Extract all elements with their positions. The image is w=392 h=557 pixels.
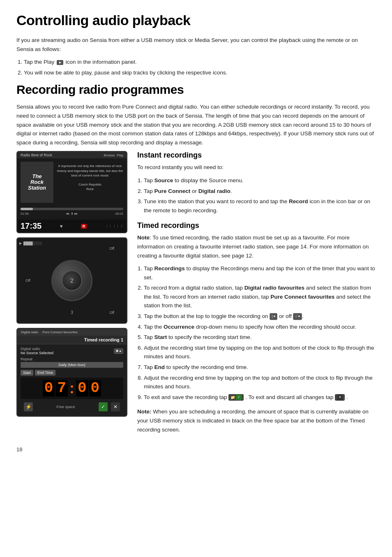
repeat-label: Repeat bbox=[21, 357, 123, 361]
toggle-control: ● bbox=[114, 348, 123, 354]
progress-fill bbox=[21, 208, 33, 210]
toggle-on-icon: | ● bbox=[270, 313, 277, 320]
left-column: Radio Best of Rock Browse Play The Rock … bbox=[16, 151, 127, 438]
timed-screen-bottom: ⚡ Free space ✓ ✕ bbox=[21, 402, 123, 411]
time-row: 01:58 ⏮ ⏸ ⏭ 28:02 bbox=[17, 212, 127, 216]
play-label: Play bbox=[117, 153, 123, 157]
album-line2: Rock bbox=[30, 179, 44, 185]
clock-display: 0 7 : 0 0 bbox=[21, 378, 123, 399]
transport-controls: ⏮ ⏸ ⏭ bbox=[66, 212, 78, 216]
toggle-button[interactable]: ● bbox=[114, 348, 123, 354]
main-title: Controlling audio playback bbox=[16, 12, 376, 28]
note-bold-2: Note: bbox=[137, 408, 152, 415]
instant-step-1: Tap Source to display the Source menu. bbox=[144, 176, 376, 185]
source-bold: Source bbox=[154, 177, 173, 183]
dial-number: 2 bbox=[70, 277, 74, 284]
instant-step-2: Tap Pure Connect or Digital radio. bbox=[144, 187, 376, 196]
toggle-label: ● bbox=[119, 349, 121, 353]
source-row: Digital radio No Source Selected ● bbox=[21, 347, 123, 355]
info-description: It represents not only the milestones of… bbox=[57, 164, 123, 178]
source-value: No Source Selected bbox=[21, 351, 53, 355]
note-bold-1: Note bbox=[137, 234, 150, 241]
radio-location: Czech Republic bbox=[57, 182, 123, 187]
repeat-select[interactable]: Daily (Mon-Sun) bbox=[21, 362, 123, 368]
charge-icon: ⚡ bbox=[24, 402, 33, 411]
rec-icon: R bbox=[81, 224, 87, 229]
toggle-off-icon: ○ ● bbox=[293, 313, 302, 320]
radio-main-content: The Rock Station It represents not only … bbox=[17, 158, 127, 208]
clock-digit-0: 0 bbox=[43, 380, 55, 397]
digital-radio-bold: Digital radio bbox=[198, 188, 231, 194]
page-number-label: 18 bbox=[16, 446, 376, 453]
repeat-row: Repeat Daily (Mon-Sun) bbox=[21, 357, 123, 368]
menu-pure-connect: Pure Connect favourites bbox=[41, 330, 79, 334]
album-line3: Station bbox=[28, 185, 46, 191]
timed-recording-screen: Digital radio Pure Connect favourites Ti… bbox=[16, 328, 127, 417]
step-2-item: You will now be able to play, pause and … bbox=[24, 68, 376, 77]
timed-step-5: Tap Start to specify the recording start… bbox=[144, 333, 376, 342]
toggle-bar: | ● bbox=[272, 314, 275, 319]
instant-step-3: Tune into the station that you want to r… bbox=[144, 197, 376, 215]
digital-radio-fav-bold: Digital radio favourites bbox=[244, 285, 304, 291]
save-icon-inline: 📁 ✓ bbox=[228, 394, 244, 401]
start-label[interactable]: Start bbox=[21, 370, 33, 376]
section-title: Recording radio programmes bbox=[16, 83, 376, 97]
clock-digit-2: 0 bbox=[76, 380, 88, 397]
end-label[interactable]: End Time bbox=[35, 370, 55, 376]
instant-steps-list: Tap Source to display the Source menu. T… bbox=[144, 176, 376, 215]
dial-knob: 2 bbox=[51, 260, 92, 301]
timed-steps-list: Tap Recordings to display the Recordings… bbox=[144, 264, 376, 402]
action-icons: ✓ ✕ bbox=[99, 402, 120, 411]
radio-bottom-bar: 17:35 ♥ R ⋮⋮ ⋮⋮ ⋮ bbox=[17, 220, 127, 232]
bottom-controls: ⋮⋮ ⋮⋮ ⋮ bbox=[105, 224, 123, 228]
dial-label-off-right: Off bbox=[109, 246, 114, 251]
timed-recording-title: Timed recording 1 bbox=[17, 336, 127, 344]
body-paragraph: Sensia allows you to record live radio f… bbox=[16, 102, 376, 147]
pure-connect-bold: Pure Connect bbox=[154, 188, 191, 194]
end-bold: End bbox=[154, 364, 165, 370]
timed-step-1: Tap Recordings to display the Recordings… bbox=[144, 264, 376, 282]
total-time: 28:02 bbox=[115, 212, 123, 216]
clock-digit-3: 0 bbox=[89, 380, 101, 397]
dial-label-off-left: Off bbox=[25, 278, 30, 283]
cancel-button[interactable]: ✕ bbox=[111, 402, 120, 411]
bottom-note: Note: When you are scheduling a recordin… bbox=[137, 407, 376, 434]
menu-digital-radio: Digital radio bbox=[20, 330, 39, 334]
radio-genre: Rock bbox=[57, 187, 123, 191]
dial-label-off-bottom: Off bbox=[109, 311, 114, 315]
page-number: Controlling audio playback If you are st… bbox=[16, 12, 376, 453]
dial-screen-mockup: ▶ ████░░░░ 2 Off Off Off 3 bbox=[16, 237, 127, 324]
album-art: The Rock Station bbox=[21, 162, 53, 203]
timed-recordings-section: Timed recordings Note: To use timed reco… bbox=[137, 221, 376, 434]
radio-info-text: It represents not only the milestones of… bbox=[57, 162, 123, 204]
progress-bar bbox=[21, 208, 123, 210]
timed-step-3: Tap the button at the top to toggle the … bbox=[144, 312, 376, 321]
confirm-button[interactable]: ✓ bbox=[99, 402, 108, 411]
occurrence-bold: Occurrence bbox=[164, 324, 194, 330]
step-1-text-after: icon in the information panel. bbox=[66, 59, 137, 65]
instant-recordings-intro: To record instantly you will need to: bbox=[137, 163, 376, 172]
recordings-bold: Recordings bbox=[154, 265, 185, 272]
content-columns: Radio Best of Rock Browse Play The Rock … bbox=[16, 151, 376, 438]
dial-label-3: 3 bbox=[71, 310, 73, 315]
step-1-text-before: Tap the Play bbox=[24, 59, 54, 65]
clock-digit-1: 7 bbox=[55, 380, 68, 397]
dial-top-label: ▶ bbox=[19, 241, 22, 245]
dial-top-bar: ▶ ████░░░░ bbox=[19, 240, 125, 246]
timed-step-4: Tap the Occurrence drop-down menu to spe… bbox=[144, 323, 376, 332]
bottom-icons: ⚡ bbox=[24, 402, 33, 411]
intro-paragraph: If you are streaming audio on Sensia fro… bbox=[16, 36, 376, 53]
play-icon-inline: ▶ bbox=[57, 60, 63, 65]
clock-colon: : bbox=[69, 381, 75, 396]
toggle-dot bbox=[116, 350, 118, 352]
instant-recordings-section: Instant recordings To record instantly y… bbox=[137, 151, 376, 215]
timed-step-9: To exit and save the recording tap 📁 ✓ .… bbox=[144, 393, 376, 402]
toggle-circle: ○ ● bbox=[295, 314, 300, 319]
tick-icon: ✓ bbox=[236, 395, 242, 400]
source-label: Digital radio bbox=[21, 347, 53, 351]
heart-icon: ♥ bbox=[60, 223, 62, 229]
start-bold: Start bbox=[154, 334, 167, 340]
radio-station-name: Radio Best of Rock bbox=[21, 153, 52, 157]
free-space-text: Free space bbox=[56, 405, 75, 409]
clock-time: 17:35 bbox=[21, 221, 42, 231]
